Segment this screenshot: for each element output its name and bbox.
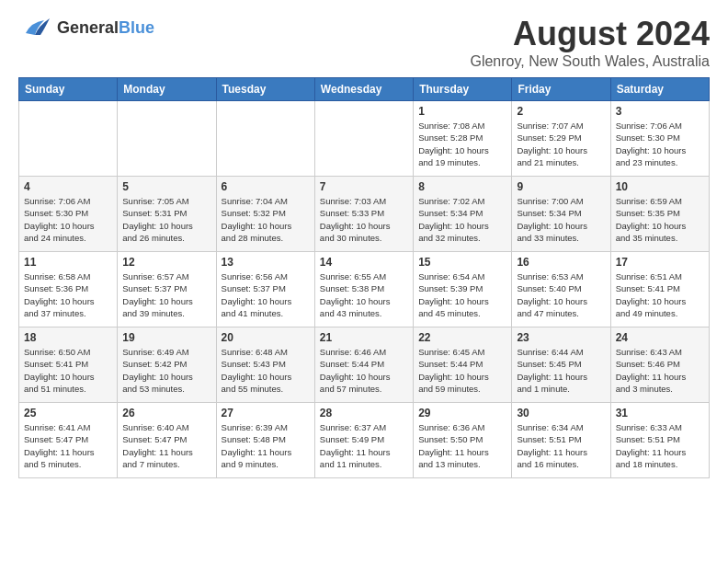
day-number: 18 [24, 331, 112, 344]
day-number: 27 [222, 407, 310, 419]
day-number: 24 [616, 331, 704, 344]
table-row: 26Sunrise: 6:40 AM Sunset: 5:47 PM Dayli… [118, 403, 216, 478]
day-info: Sunrise: 6:34 AM Sunset: 5:51 PM Dayligh… [517, 421, 605, 470]
day-info: Sunrise: 6:55 AM Sunset: 5:38 PM Dayligh… [320, 270, 408, 319]
day-info: Sunrise: 6:37 AM Sunset: 5:49 PM Dayligh… [320, 421, 408, 470]
day-number: 11 [24, 256, 112, 269]
day-number: 21 [320, 331, 408, 344]
day-info: Sunrise: 6:36 AM Sunset: 5:50 PM Dayligh… [418, 421, 506, 470]
table-row: 8Sunrise: 7:02 AM Sunset: 5:34 PM Daylig… [414, 177, 512, 252]
table-row: 17Sunrise: 6:51 AM Sunset: 5:41 PM Dayli… [610, 252, 709, 327]
day-info: Sunrise: 6:54 AM Sunset: 5:39 PM Dayligh… [418, 270, 506, 319]
calendar-week-row: 11Sunrise: 6:58 AM Sunset: 5:36 PM Dayli… [19, 252, 710, 327]
day-number: 1 [418, 105, 506, 118]
day-info: Sunrise: 6:46 AM Sunset: 5:44 PM Dayligh… [320, 346, 408, 395]
day-info: Sunrise: 6:58 AM Sunset: 5:36 PM Dayligh… [24, 270, 112, 319]
table-row: 14Sunrise: 6:55 AM Sunset: 5:38 PM Dayli… [314, 252, 413, 327]
day-info: Sunrise: 6:59 AM Sunset: 5:35 PM Dayligh… [616, 195, 704, 244]
table-row: 25Sunrise: 6:41 AM Sunset: 5:47 PM Dayli… [19, 403, 118, 478]
table-row: 4Sunrise: 7:06 AM Sunset: 5:30 PM Daylig… [19, 177, 118, 252]
day-number: 2 [517, 105, 605, 118]
header-wednesday: Wednesday [314, 78, 413, 101]
table-row: 19Sunrise: 6:49 AM Sunset: 5:42 PM Dayli… [118, 327, 216, 403]
day-number: 31 [616, 407, 704, 419]
day-number: 17 [616, 256, 704, 269]
calendar-week-row: 25Sunrise: 6:41 AM Sunset: 5:47 PM Dayli… [19, 403, 710, 478]
day-info: Sunrise: 6:45 AM Sunset: 5:44 PM Dayligh… [418, 346, 506, 395]
table-row [314, 101, 413, 177]
day-number: 14 [320, 256, 408, 269]
table-row: 1Sunrise: 7:08 AM Sunset: 5:28 PM Daylig… [414, 101, 512, 177]
table-row: 2Sunrise: 7:07 AM Sunset: 5:29 PM Daylig… [512, 101, 610, 177]
page-header: GeneralBlue August 2024 Glenroy, New Sou… [18, 15, 710, 70]
table-row [118, 101, 216, 177]
day-number: 10 [616, 180, 704, 193]
day-info: Sunrise: 6:44 AM Sunset: 5:45 PM Dayligh… [517, 346, 605, 395]
logo-blue: Blue [119, 18, 154, 37]
day-info: Sunrise: 6:39 AM Sunset: 5:48 PM Dayligh… [222, 421, 310, 470]
logo-general: General [57, 18, 119, 37]
day-info: Sunrise: 6:51 AM Sunset: 5:41 PM Dayligh… [616, 270, 704, 319]
day-info: Sunrise: 7:03 AM Sunset: 5:33 PM Dayligh… [320, 195, 408, 244]
table-row: 16Sunrise: 6:53 AM Sunset: 5:40 PM Dayli… [512, 252, 610, 327]
day-number: 25 [24, 407, 112, 419]
day-number: 9 [517, 180, 605, 193]
calendar-week-row: 1Sunrise: 7:08 AM Sunset: 5:28 PM Daylig… [19, 101, 710, 177]
header-friday: Friday [512, 78, 610, 101]
day-number: 30 [517, 407, 605, 419]
table-row: 12Sunrise: 6:57 AM Sunset: 5:37 PM Dayli… [118, 252, 216, 327]
day-info: Sunrise: 7:07 AM Sunset: 5:29 PM Dayligh… [517, 120, 605, 168]
header-saturday: Saturday [610, 78, 709, 101]
table-row: 9Sunrise: 7:00 AM Sunset: 5:34 PM Daylig… [512, 177, 610, 252]
table-row [19, 101, 118, 177]
day-number: 4 [24, 180, 112, 193]
calendar-week-row: 4Sunrise: 7:06 AM Sunset: 5:30 PM Daylig… [19, 177, 710, 252]
day-info: Sunrise: 7:02 AM Sunset: 5:34 PM Dayligh… [418, 195, 506, 244]
table-row: 20Sunrise: 6:48 AM Sunset: 5:43 PM Dayli… [216, 327, 314, 403]
table-row: 5Sunrise: 7:05 AM Sunset: 5:31 PM Daylig… [118, 177, 216, 252]
table-row: 23Sunrise: 6:44 AM Sunset: 5:45 PM Dayli… [512, 327, 610, 403]
table-row: 24Sunrise: 6:43 AM Sunset: 5:46 PM Dayli… [610, 327, 709, 403]
table-row: 7Sunrise: 7:03 AM Sunset: 5:33 PM Daylig… [314, 177, 413, 252]
table-row: 29Sunrise: 6:36 AM Sunset: 5:50 PM Dayli… [414, 403, 512, 478]
logo-bird-icon [18, 15, 51, 40]
header-tuesday: Tuesday [216, 78, 314, 101]
day-number: 15 [418, 256, 506, 269]
table-row: 15Sunrise: 6:54 AM Sunset: 5:39 PM Dayli… [414, 252, 512, 327]
day-number: 22 [418, 331, 506, 344]
day-number: 6 [222, 180, 310, 193]
day-number: 3 [616, 105, 704, 118]
table-row: 3Sunrise: 7:06 AM Sunset: 5:30 PM Daylig… [610, 101, 709, 177]
table-row: 21Sunrise: 6:46 AM Sunset: 5:44 PM Dayli… [314, 327, 413, 403]
table-row: 31Sunrise: 6:33 AM Sunset: 5:51 PM Dayli… [610, 403, 709, 478]
table-row: 27Sunrise: 6:39 AM Sunset: 5:48 PM Dayli… [216, 403, 314, 478]
header-monday: Monday [118, 78, 216, 101]
day-number: 29 [418, 407, 506, 419]
day-info: Sunrise: 7:06 AM Sunset: 5:30 PM Dayligh… [616, 120, 704, 168]
table-row: 18Sunrise: 6:50 AM Sunset: 5:41 PM Dayli… [19, 327, 118, 403]
day-number: 23 [517, 331, 605, 344]
day-info: Sunrise: 6:50 AM Sunset: 5:41 PM Dayligh… [24, 346, 112, 395]
calendar-header-row: Sunday Monday Tuesday Wednesday Thursday… [19, 78, 710, 101]
logo-text: GeneralBlue [57, 18, 154, 38]
day-info: Sunrise: 6:57 AM Sunset: 5:37 PM Dayligh… [122, 270, 210, 319]
day-info: Sunrise: 6:33 AM Sunset: 5:51 PM Dayligh… [616, 421, 704, 470]
day-info: Sunrise: 7:08 AM Sunset: 5:28 PM Dayligh… [418, 120, 506, 168]
table-row [216, 101, 314, 177]
day-info: Sunrise: 6:40 AM Sunset: 5:47 PM Dayligh… [122, 421, 210, 470]
day-info: Sunrise: 6:53 AM Sunset: 5:40 PM Dayligh… [517, 270, 605, 319]
day-number: 7 [320, 180, 408, 193]
day-number: 19 [122, 331, 210, 344]
calendar-table: Sunday Monday Tuesday Wednesday Thursday… [18, 77, 710, 478]
day-number: 16 [517, 256, 605, 269]
calendar-week-row: 18Sunrise: 6:50 AM Sunset: 5:41 PM Dayli… [19, 327, 710, 403]
header-thursday: Thursday [414, 78, 512, 101]
table-row: 28Sunrise: 6:37 AM Sunset: 5:49 PM Dayli… [314, 403, 413, 478]
table-row: 13Sunrise: 6:56 AM Sunset: 5:37 PM Dayli… [216, 252, 314, 327]
day-number: 12 [122, 256, 210, 269]
day-info: Sunrise: 6:48 AM Sunset: 5:43 PM Dayligh… [222, 346, 310, 395]
day-info: Sunrise: 7:06 AM Sunset: 5:30 PM Dayligh… [24, 195, 112, 244]
table-row: 30Sunrise: 6:34 AM Sunset: 5:51 PM Dayli… [512, 403, 610, 478]
title-area: August 2024 Glenroy, New South Wales, Au… [470, 15, 710, 70]
table-row: 11Sunrise: 6:58 AM Sunset: 5:36 PM Dayli… [19, 252, 118, 327]
